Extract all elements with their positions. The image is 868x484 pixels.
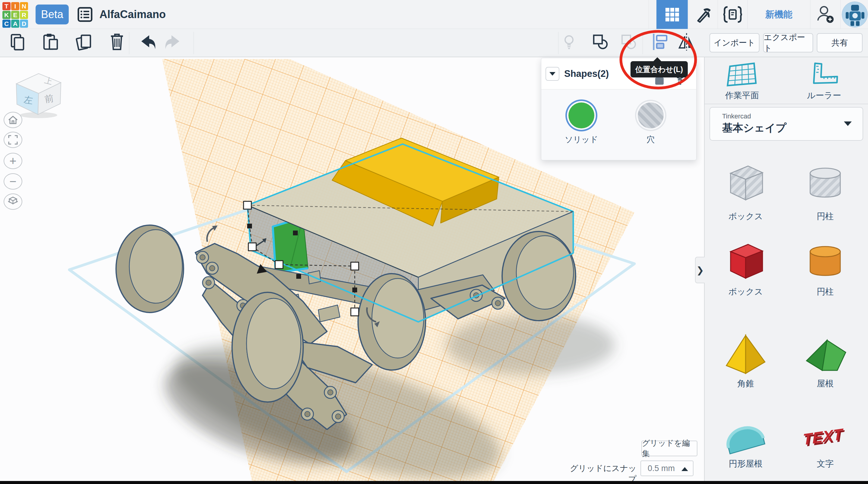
copy-button[interactable]: [7, 32, 27, 52]
solid-label: ソリッド: [551, 134, 612, 145]
robot-avatar-icon: [842, 2, 868, 27]
pickaxe-icon: [694, 6, 712, 23]
snap-grid-value: 0.5 mm: [648, 464, 675, 473]
shape-label: ボックス: [712, 211, 779, 222]
redo-button[interactable]: [164, 32, 184, 52]
import-button[interactable]: インポート: [710, 33, 760, 53]
inspector-title: Shapes(2): [564, 58, 609, 90]
shape-tile-pyramid[interactable]: [721, 332, 770, 380]
shape-tile-text[interactable]: TEXT TEXT: [801, 412, 849, 460]
align-tooltip: 位置合わせ(L): [630, 61, 688, 78]
shape-label: 円形屋根: [712, 458, 779, 470]
hole-label: 穴: [621, 134, 681, 145]
shape-label: 文字: [792, 458, 858, 470]
inspector-collapse-button[interactable]: [546, 67, 559, 81]
sidebar-collapse-tab[interactable]: ❯: [695, 257, 705, 283]
ruler-tool[interactable]: ルーラー: [799, 61, 849, 101]
undo-button[interactable]: [137, 32, 156, 52]
snap-grid-select[interactable]: 0.5 mm: [641, 460, 693, 476]
view-cube[interactable]: 上 左 前: [12, 67, 65, 120]
shape-sidebar: 作業平面 ルーラー Tinkercad 基本シェイプ: [704, 29, 868, 484]
duplicate-button[interactable]: [74, 32, 93, 52]
bottom-bar: [0, 481, 868, 484]
workplane-icon: [726, 61, 758, 89]
show-all-button[interactable]: [559, 32, 579, 52]
beta-badge: Beta: [36, 4, 69, 24]
share-button[interactable]: 共有: [817, 33, 863, 53]
shape-tile-hole-box[interactable]: [721, 161, 770, 209]
wheel-rear-left[interactable]: [116, 225, 184, 312]
group-button[interactable]: [591, 32, 610, 52]
shape-tile-box[interactable]: [721, 239, 770, 287]
export-button[interactable]: エクスポート: [763, 33, 813, 53]
perspective-toggle-button[interactable]: [4, 193, 22, 210]
minecraft-export-button[interactable]: [689, 0, 718, 29]
whats-new-link[interactable]: 新機能: [747, 0, 810, 29]
wheel-front-left[interactable]: [232, 292, 303, 402]
ungroup-button[interactable]: [619, 32, 638, 52]
hole-swatch[interactable]: [638, 102, 664, 128]
paste-button[interactable]: [41, 32, 60, 52]
caret-down-icon: [550, 72, 555, 75]
dashboard-tile-button[interactable]: [656, 0, 688, 29]
ruler-icon: [808, 61, 840, 89]
shape-tile-hole-cylinder[interactable]: [801, 161, 849, 209]
shape-label: 屋根: [792, 378, 858, 389]
align-button[interactable]: [650, 32, 669, 52]
ruler-label: ルーラー: [799, 90, 849, 101]
library-name: 基本シェイプ: [722, 121, 786, 135]
shape-library-select[interactable]: Tinkercad 基本シェイプ: [710, 107, 863, 141]
caret-up-icon: [681, 467, 688, 471]
library-brand: Tinkercad: [722, 113, 751, 120]
workplane-label: 作業平面: [717, 90, 767, 101]
zoom-out-button[interactable]: −: [4, 173, 22, 189]
shape-label: ボックス: [712, 286, 779, 298]
home-view-button[interactable]: [4, 112, 22, 128]
solid-swatch[interactable]: [568, 102, 594, 128]
main-toolbar: インポート エクスポート 共有: [0, 29, 868, 57]
fit-view-button[interactable]: [4, 132, 22, 148]
shape-label: 円柱: [792, 211, 858, 222]
design-menu-icon[interactable]: [77, 7, 93, 22]
tinkercad-app: 上 左 前 + − グリッドを編集 グリッドにスナップ 0.5 mm T I N…: [0, 0, 868, 484]
edit-grid-button[interactable]: グリッドを編集: [641, 441, 698, 456]
workplane-tools-row: 作業平面 ルーラー: [705, 57, 868, 104]
app-header: T I N K E R C A D Beta AlfaCaimano: [0, 0, 868, 29]
zoom-in-button[interactable]: +: [4, 153, 22, 169]
shape-tile-roof[interactable]: [801, 332, 849, 380]
shape-tile-round-roof[interactable]: [721, 412, 770, 460]
add-person-icon: [816, 5, 834, 24]
delete-button[interactable]: [107, 32, 127, 52]
design-title[interactable]: AlfaCaimano: [99, 0, 166, 29]
view-cube-left-label: 左: [23, 94, 33, 105]
flip-button[interactable]: [677, 32, 696, 52]
codeblocks-icon: [723, 6, 743, 23]
shape-label: 円柱: [792, 286, 858, 298]
user-avatar[interactable]: [842, 1, 868, 27]
invite-button[interactable]: [810, 0, 840, 29]
tinkercad-logo[interactable]: T I N K E R C A D: [2, 2, 29, 27]
wheel-rear-right[interactable]: [502, 232, 576, 321]
codeblocks-button[interactable]: [718, 0, 747, 29]
shape-tile-cylinder[interactable]: [801, 239, 849, 287]
workplane-tool[interactable]: 作業平面: [717, 61, 767, 101]
shape-label: 角錐: [712, 378, 779, 389]
wheel-front-right[interactable]: [358, 274, 426, 370]
caret-down-icon: [844, 121, 852, 126]
view-cube-front-label: 前: [44, 93, 54, 104]
